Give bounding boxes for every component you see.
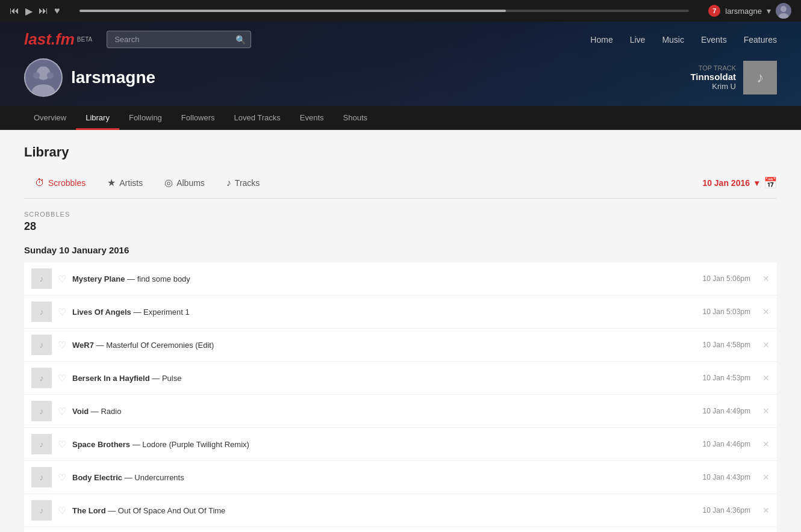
tab-scrobbles[interactable]: ⏱ Scrobbles <box>24 172 96 193</box>
track-time-5: 10 Jan 4:46pm <box>703 440 750 448</box>
track-heart-2[interactable]: ♡ <box>58 339 66 351</box>
heart-button[interactable]: ♥ <box>54 5 60 16</box>
subnav-shouts[interactable]: Shouts <box>334 106 377 129</box>
track-time-3: 10 Jan 4:53pm <box>703 374 750 382</box>
track-thumbnail: ♪ <box>31 500 52 521</box>
nav-events[interactable]: Events <box>701 35 727 45</box>
nav-live[interactable]: Live <box>630 35 646 45</box>
track-list: ♪ ♡ Mystery Plane — find some body 10 Ja… <box>24 262 777 532</box>
search-box: 🔍 <box>107 31 251 48</box>
track-time-2: 10 Jan 4:58pm <box>703 341 750 349</box>
scrobbles-label: SCROBBLES <box>24 211 777 218</box>
main-navigation: Home Live Music Events Features <box>590 35 777 45</box>
table-row: ♪ ♡ Void — Radio 10 Jan 4:49pm ✕ <box>24 395 777 428</box>
sub-navigation: Overview Library Following Followers Lov… <box>0 106 801 130</box>
track-heart-0[interactable]: ♡ <box>58 273 66 285</box>
date-filter[interactable]: 10 Jan 2016 ▾ <box>702 178 759 188</box>
scrobbles-icon: ⏱ <box>35 178 45 188</box>
user-info: larsmagne <box>24 58 155 97</box>
track-remove-4[interactable]: ✕ <box>762 406 770 416</box>
subnav-loved-tracks[interactable]: Loved Tracks <box>224 106 290 129</box>
track-heart-7[interactable]: ♡ <box>58 505 66 516</box>
top-track-thumbnail[interactable]: ♪ <box>743 61 777 94</box>
track-thumbnail: ♪ <box>31 302 52 322</box>
track-heart-5[interactable]: ♡ <box>58 439 66 450</box>
track-thumbnail: ♪ <box>31 467 52 487</box>
tab-group: ⏱ Scrobbles ★ Artists ◎ Albums ♪ Tracks <box>24 172 270 193</box>
notification-badge[interactable]: 7 <box>708 5 720 17</box>
top-track-label: TOP TRACK <box>690 64 736 72</box>
library-tabs: ⏱ Scrobbles ★ Artists ◎ Albums ♪ Tracks … <box>24 172 777 199</box>
date-filter-value: 10 Jan 2016 <box>702 178 750 188</box>
track-remove-2[interactable]: ✕ <box>762 340 770 350</box>
table-row: ♪ ♡ WeR7 — Masterful Of Ceremonies (Edit… <box>24 329 777 362</box>
page-title: Library <box>24 144 777 160</box>
track-info-3: Berserk In a Hayfield — Pulse <box>72 374 697 383</box>
dropdown-icon[interactable]: ▾ <box>767 6 771 16</box>
svg-point-7 <box>47 72 54 79</box>
track-remove-0[interactable]: ✕ <box>762 274 770 283</box>
track-heart-3[interactable]: ♡ <box>58 373 66 384</box>
top-track-artist: Krim U <box>690 82 736 91</box>
track-remove-3[interactable]: ✕ <box>762 373 770 383</box>
main-content: Library ⏱ Scrobbles ★ Artists ◎ Albums ♪… <box>0 130 801 532</box>
profile-username: larsmagne <box>71 68 155 87</box>
track-heart-6[interactable]: ♡ <box>58 472 66 483</box>
table-row: ♪ ♡ Lives Of Angels — Experiment 1 10 Ja… <box>24 295 777 329</box>
nav-music[interactable]: Music <box>662 35 684 45</box>
track-time-4: 10 Jan 4:49pm <box>703 407 750 415</box>
player-username[interactable]: larsmagne <box>725 7 762 16</box>
track-remove-1[interactable]: ✕ <box>762 307 770 317</box>
track-heart-4[interactable]: ♡ <box>58 406 66 417</box>
track-remove-7[interactable]: ✕ <box>762 506 770 515</box>
track-thumbnail: ♪ <box>31 268 52 289</box>
tab-tracks[interactable]: ♪ Tracks <box>216 172 270 193</box>
subnav-overview[interactable]: Overview <box>24 106 76 129</box>
subnav-followers[interactable]: Followers <box>172 106 225 129</box>
table-row: ♪ ♡ Mystery Plane — find some body 10 Ja… <box>24 262 777 295</box>
track-remove-6[interactable]: ✕ <box>762 472 770 482</box>
track-thumbnail: ♪ <box>31 434 52 454</box>
table-row: ♪ ♡ Void — Transvision 10 Jan 4:33pm ✕ <box>24 527 777 532</box>
tab-artists[interactable]: ★ Artists <box>96 172 154 193</box>
track-info-7: The Lord — Out Of Space And Out Of Time <box>72 506 697 515</box>
nav-features[interactable]: Features <box>744 35 777 45</box>
prev-button[interactable]: ⏮ <box>10 5 19 16</box>
date-group-header: Sunday 10 January 2016 <box>24 245 777 255</box>
subnav-following[interactable]: Following <box>119 106 172 129</box>
track-heart-1[interactable]: ♡ <box>58 306 66 318</box>
progress-bar[interactable] <box>79 10 690 12</box>
site-logo[interactable]: last.fmBETA <box>24 30 92 49</box>
top-track-name[interactable]: Tinnsoldat <box>690 72 736 82</box>
track-info-4: Void — Radio <box>72 407 697 416</box>
nav-home[interactable]: Home <box>590 35 612 45</box>
user-avatar[interactable] <box>24 58 63 97</box>
play-button[interactable]: ▶ <box>25 5 33 17</box>
track-remove-5[interactable]: ✕ <box>762 439 770 449</box>
svg-point-1 <box>781 6 787 12</box>
table-row: ♪ ♡ Body Electric — Undercurrents 10 Jan… <box>24 461 777 494</box>
tracks-icon: ♪ <box>226 178 231 188</box>
date-dropdown-icon: ▾ <box>755 178 759 188</box>
subnav-events[interactable]: Events <box>290 106 334 129</box>
calendar-icon[interactable]: 📅 <box>764 176 777 190</box>
search-input[interactable] <box>112 31 235 48</box>
track-info-0: Mystery Plane — find some body <box>72 274 697 283</box>
track-time-7: 10 Jan 4:36pm <box>703 506 750 515</box>
track-info-2: WeR7 — Masterful Of Ceremonies (Edit) <box>72 341 697 350</box>
tab-albums[interactable]: ◎ Albums <box>154 172 216 193</box>
tab-albums-label: Albums <box>176 178 205 188</box>
artists-icon: ★ <box>107 177 116 188</box>
next-button[interactable]: ⏭ <box>39 5 48 16</box>
track-time-1: 10 Jan 5:03pm <box>703 308 750 316</box>
progress-fill <box>79 10 506 12</box>
player-avatar[interactable] <box>776 3 791 19</box>
track-time-6: 10 Jan 4:43pm <box>703 473 750 481</box>
top-track-area: TOP TRACK Tinnsoldat Krim U ♪ <box>690 61 777 94</box>
track-thumbnail: ♪ <box>31 368 52 388</box>
track-info-6: Body Electric — Undercurrents <box>72 473 697 482</box>
subnav-library[interactable]: Library <box>76 106 119 129</box>
search-button[interactable]: 🔍 <box>235 35 246 45</box>
scrobbles-section: SCROBBLES 28 <box>24 211 777 233</box>
track-info-1: Lives Of Angels — Experiment 1 <box>72 308 697 317</box>
